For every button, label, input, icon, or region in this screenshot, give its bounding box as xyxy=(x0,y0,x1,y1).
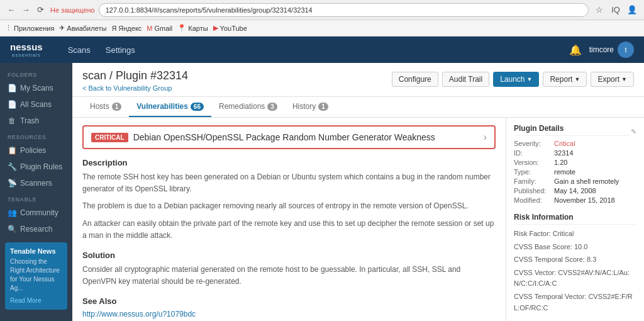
version-row: Version: 1.20 xyxy=(514,159,636,166)
page-title-area: scan / Plugin #32314 < Back to Vulnerabi… xyxy=(82,69,188,93)
tabs-bar: Hosts 1 Vulnerabilities 66 Remediations … xyxy=(72,97,644,118)
iq-icon[interactable]: IQ xyxy=(609,3,623,17)
sidebar-item-trash[interactable]: 🗑 Trash xyxy=(0,113,72,129)
user-menu[interactable]: timcore t xyxy=(589,42,634,58)
sidebar-community-label: Community xyxy=(20,208,58,217)
risk-information-title: Risk Information xyxy=(514,213,636,225)
sidebar-item-scanners[interactable]: 📡 Scanners xyxy=(0,175,72,191)
page-actions: Configure Audit Trail Launch ▼ Report ▼ … xyxy=(392,72,634,87)
risk-factor-text: Risk Factor: Critical xyxy=(514,228,574,240)
description-paragraph-3: An attacker can easily obtain the privat… xyxy=(82,218,496,242)
bookmark-yandex[interactable]: Я Яндекс xyxy=(111,25,142,32)
security-warning: Не защищено xyxy=(50,6,95,14)
tab-hosts[interactable]: Hosts 1 xyxy=(82,97,129,117)
type-label: Type: xyxy=(514,168,552,176)
bookmark-youtube[interactable]: ▶ YouTube xyxy=(213,24,247,32)
solution-title: Solution xyxy=(82,251,496,260)
plugin-rules-icon: 🔧 xyxy=(8,162,16,171)
url-text: 127.0.0.1:8834/#/scans/reports/5/vulnera… xyxy=(106,6,313,14)
youtube-icon: ▶ xyxy=(213,24,218,32)
bookmark-yandex-label: Яндекс xyxy=(118,25,142,32)
sidebar-item-policies[interactable]: 📋 Policies xyxy=(0,142,72,159)
reload-button[interactable]: ⟳ xyxy=(34,4,47,16)
back-button[interactable]: ← xyxy=(5,4,18,16)
tab-vulnerabilities[interactable]: Vulnerabilities 66 xyxy=(129,97,211,117)
forward-button[interactable]: → xyxy=(19,4,32,16)
main-content: FOLDERS 📄 My Scans 📄 All Scans 🗑 Trash R… xyxy=(0,63,644,321)
bookmark-gmail-label: Gmail xyxy=(155,25,173,32)
family-row: Family: Gain a shell remotely xyxy=(514,177,636,185)
tab-hosts-label: Hosts xyxy=(90,102,109,111)
sidebar-news-text: Choosing the Right Architecture for Your… xyxy=(10,257,62,293)
bookmark-apps-label: Приложения xyxy=(14,25,54,32)
next-vulnerability-arrow[interactable]: › xyxy=(484,132,487,143)
sidebar-item-research[interactable]: 🔍 Research xyxy=(0,221,72,237)
plugin-details-title: Plugin Details xyxy=(514,124,631,136)
url-bar[interactable]: 127.0.0.1:8834/#/scans/reports/5/vulnera… xyxy=(99,3,589,17)
app-layout: nessus essentials Scans Settings 🔔 timco… xyxy=(0,37,644,321)
version-label: Version: xyxy=(514,159,552,166)
type-row: Type: remote xyxy=(514,168,636,176)
tab-vulnerabilities-label: Vulnerabilities xyxy=(136,102,188,111)
description-section: Description The remote SSH host key has … xyxy=(82,158,496,242)
cvss-temporal-vector-text: CVSS Temporal Vector: CVSS2#E:F/RL:OF/RC… xyxy=(514,291,636,313)
tab-history[interactable]: History 1 xyxy=(285,97,336,117)
bookmark-apps[interactable]: ⋮ Приложения xyxy=(5,24,54,32)
username-label: timcore xyxy=(589,45,614,54)
trash-icon: 🗑 xyxy=(8,116,16,125)
report-dropdown-icon: ▼ xyxy=(574,76,580,82)
id-label: ID: xyxy=(514,149,552,157)
community-icon: 👥 xyxy=(8,208,16,217)
solution-text: Consider all cryptographic material gene… xyxy=(82,264,496,288)
bookmark-maps[interactable]: 📍 Карты xyxy=(177,24,208,32)
vulnerability-title: Debian OpenSSH/OpenSSL Package Random Nu… xyxy=(133,132,435,142)
see-also-section: See Also http://www.nessus.org/u?1079bdc… xyxy=(82,296,496,321)
modified-row: Modified: November 15, 2018 xyxy=(514,196,636,204)
report-button[interactable]: Report ▼ xyxy=(543,72,587,87)
audit-trail-button[interactable]: Audit Trail xyxy=(442,72,489,87)
sidebar-item-community[interactable]: 👥 Community xyxy=(0,205,72,221)
sidebar-scanners-label: Scanners xyxy=(20,179,52,188)
cvss-temporal-vector-row: CVSS Temporal Vector: CVSS2#E:F/RL:OF/RC… xyxy=(514,291,636,313)
all-scans-icon: 📄 xyxy=(8,100,16,109)
plugin-details-header: Plugin Details ✎ xyxy=(514,124,636,140)
solution-section: Solution Consider all cryptographic mate… xyxy=(82,251,496,288)
sidebar-item-all-scans[interactable]: 📄 All Scans xyxy=(0,96,72,113)
sidebar-news-title: Tenable News xyxy=(10,247,62,255)
notification-bell-icon[interactable]: 🔔 xyxy=(569,44,582,56)
bookmark-gmail[interactable]: M Gmail xyxy=(147,25,172,32)
export-button[interactable]: Export ▼ xyxy=(591,72,634,87)
sidebar-plugin-rules-label: Plugin Rules xyxy=(20,162,62,171)
vulnerability-header: CRITICAL Debian OpenSSH/OpenSSL Package … xyxy=(82,125,496,149)
bookmark-icon[interactable]: ☆ xyxy=(592,3,606,17)
browser-bar: ← → ⟳ Не защищено 127.0.0.1:8834/#/scans… xyxy=(0,0,644,20)
header-nav: Scans Settings xyxy=(62,43,142,57)
severity-row: Severity: Critical xyxy=(514,140,636,147)
tab-remediations-label: Remediations xyxy=(219,102,265,111)
header-right: 🔔 timcore t xyxy=(569,42,634,58)
vulnerability-detail: CRITICAL Debian OpenSSH/OpenSSL Package … xyxy=(72,118,506,321)
user-profile-icon[interactable]: 👤 xyxy=(625,3,639,17)
sidebar-item-plugin-rules[interactable]: 🔧 Plugin Rules xyxy=(0,159,72,175)
tab-vulnerabilities-badge: 66 xyxy=(191,103,204,111)
modified-label: Modified: xyxy=(514,196,552,204)
page-title: scan / Plugin #32314 xyxy=(82,69,188,82)
sidebar-news-read-more[interactable]: Read More xyxy=(10,297,41,304)
sidebar-all-scans-label: All Scans xyxy=(20,100,52,109)
back-link[interactable]: < Back to Vulnerability Group xyxy=(82,84,172,92)
header-nav-settings[interactable]: Settings xyxy=(99,43,142,57)
configure-button[interactable]: Configure xyxy=(392,72,438,87)
app-header: nessus essentials Scans Settings 🔔 timco… xyxy=(0,37,644,63)
launch-button[interactable]: Launch ▼ xyxy=(493,72,539,87)
edit-icon[interactable]: ✎ xyxy=(631,128,636,136)
sidebar-item-my-scans[interactable]: 📄 My Scans xyxy=(0,80,72,96)
sidebar-resources-label: RESOURCES xyxy=(0,129,72,142)
tab-hosts-badge: 1 xyxy=(112,103,122,111)
bookmark-flights[interactable]: ✈ Авиабилеты xyxy=(59,24,106,32)
yandex-icon: Я xyxy=(111,25,116,32)
page-area: scan / Plugin #32314 < Back to Vulnerabi… xyxy=(72,63,644,321)
tab-remediations[interactable]: Remediations 3 xyxy=(211,97,285,117)
published-value: May 14, 2008 xyxy=(554,187,596,194)
header-nav-scans[interactable]: Scans xyxy=(62,43,97,57)
see-also-link-1[interactable]: http://www.nessus.org/u?1079bdc xyxy=(82,310,496,318)
